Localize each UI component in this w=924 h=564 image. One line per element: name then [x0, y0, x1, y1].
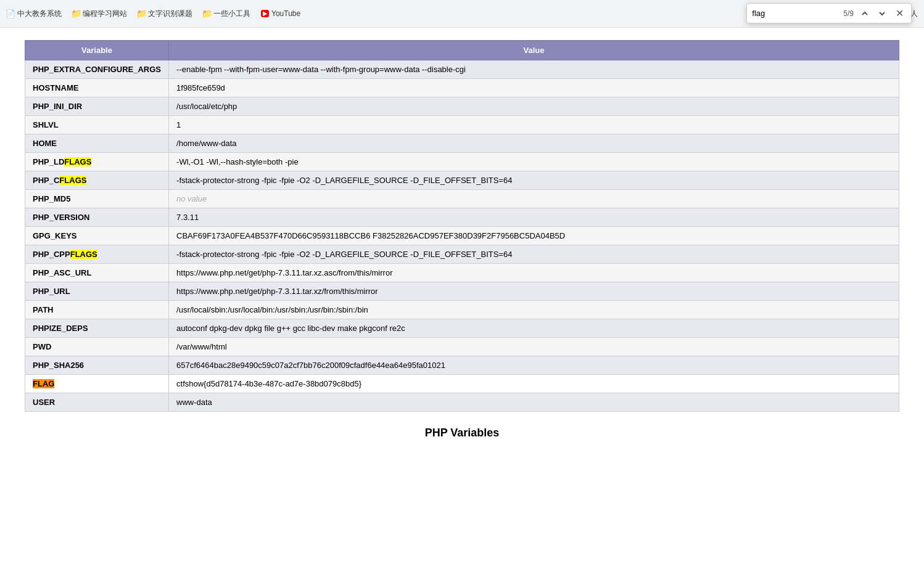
col-variable: Variable [25, 41, 169, 60]
table-row: USERwww-data [25, 393, 899, 412]
bookmark-gongju[interactable]: 📁 一些小工具 [202, 9, 250, 19]
var-cell: PHP_ASC_URL [25, 264, 169, 282]
val-cell: 7.3.11 [169, 208, 899, 227]
val-cell: 657cf6464bac28e9490c59c07a2cf7bb76c200f0… [169, 356, 899, 375]
find-count: 5/9 [843, 9, 854, 18]
val-cell: 1f985fce659d [169, 79, 899, 97]
val-cell: 1 [169, 116, 899, 134]
bookmark-youtube-label: YouTube [271, 9, 300, 18]
bookmark-zifu-label: 文字识别课题 [148, 9, 192, 19]
table-row: PHP_SHA256657cf6464bac28e9490c59c07a2cf7… [25, 356, 899, 375]
val-cell: /usr/local/sbin:/usr/local/bin:/usr/sbin… [169, 301, 899, 319]
bookmark-biancheng-label: 编程学习网站 [83, 9, 127, 19]
table-row: SHLVL1 [25, 116, 899, 134]
table-row: PHP_MD5no value [25, 190, 899, 208]
var-cell: FLAG [25, 375, 169, 393]
var-cell: PHP_MD5 [25, 190, 169, 208]
php-vars-title: PHP Variables [25, 427, 899, 439]
var-cell: USER [25, 393, 169, 412]
col-value: Value [169, 41, 899, 60]
table-row: PATH/usr/local/sbin:/usr/local/bin:/usr/… [25, 301, 899, 319]
table-row: PHP_LDFLAGS-Wl,-O1 -Wl,--hash-style=both… [25, 153, 899, 171]
table-row: PHPIZE_DEPSautoconf dpkg-dev dpkg file g… [25, 319, 899, 338]
find-input[interactable] [752, 9, 838, 18]
folder-icon-2: 📁 [137, 9, 146, 18]
val-cell: -Wl,-O1 -Wl,--hash-style=both -pie [169, 153, 899, 171]
var-cell: HOSTNAME [25, 79, 169, 97]
val-cell: /home/www-data [169, 134, 899, 153]
val-cell: no value [169, 190, 899, 208]
var-cell: PHP_VERSION [25, 208, 169, 227]
val-cell: --enable-fpm --with-fpm-user=www-data --… [169, 60, 899, 79]
var-cell: HOME [25, 134, 169, 153]
bookmark-youtube[interactable]: ▶ YouTube [260, 9, 300, 18]
table-row: PHP_VERSION7.3.11 [25, 208, 899, 227]
var-cell: PATH [25, 301, 169, 319]
var-cell: PHP_CFLAGS [25, 171, 169, 190]
val-cell: https://www.php.net/get/php-7.3.11.tar.x… [169, 264, 899, 282]
val-cell: CBAF69F173A0FEA4B537F470D66C9593118BCCB6… [169, 227, 899, 245]
folder-icon: 📁 [72, 9, 80, 18]
table-header-row: Variable Value [25, 41, 899, 60]
val-cell: -fstack-protector-strong -fpic -fpie -O2… [169, 245, 899, 264]
find-next-button[interactable] [876, 9, 888, 18]
val-cell: https://www.php.net/get/php-7.3.11.tar.x… [169, 282, 899, 301]
var-cell: SHLVL [25, 116, 169, 134]
var-cell: PHP_CPPFLAGS [25, 245, 169, 264]
table-row: HOME/home/www-data [25, 134, 899, 153]
val-cell: /usr/local/etc/php [169, 97, 899, 116]
var-cell: PWD [25, 338, 169, 356]
youtube-icon: ▶ [260, 9, 269, 18]
bookmark-zhongda-label: 中大教务系统 [17, 9, 62, 19]
bookmark-biancheng[interactable]: 📁 编程学习网站 [72, 9, 127, 19]
var-cell: PHP_URL [25, 282, 169, 301]
find-close-button[interactable]: ✕ [893, 6, 906, 20]
val-cell: -fstack-protector-strong -fpic -fpie -O2… [169, 171, 899, 190]
find-prev-button[interactable] [859, 9, 871, 18]
browser-bar: 📄 中大教务系统 📁 编程学习网站 📁 文字识别课题 📁 一些小工具 ▶ You… [0, 0, 924, 28]
var-cell: PHP_INI_DIR [25, 97, 169, 116]
table-row: PHP_URLhttps://www.php.net/get/php-7.3.1… [25, 282, 899, 301]
page-icon: 📄 [6, 9, 15, 18]
env-table: Variable Value PHP_EXTRA_CONFIGURE_ARGS-… [25, 40, 899, 412]
val-cell: ctfshow{d5d78174-4b3e-487c-ad7e-38bd079c… [169, 375, 899, 393]
val-cell: autoconf dpkg-dev dpkg file g++ gcc libc… [169, 319, 899, 338]
var-cell: PHP_EXTRA_CONFIGURE_ARGS [25, 60, 169, 79]
table-row: HOSTNAME1f985fce659d [25, 79, 899, 97]
val-cell: /var/www/html [169, 338, 899, 356]
var-cell: PHP_SHA256 [25, 356, 169, 375]
table-row: FLAGctfshow{d5d78174-4b3e-487c-ad7e-38bd… [25, 375, 899, 393]
table-row: PHP_CPPFLAGS-fstack-protector-strong -fp… [25, 245, 899, 264]
table-row: GPG_KEYSCBAF69F173A0FEA4B537F470D66C9593… [25, 227, 899, 245]
folder-icon-3: 📁 [202, 9, 211, 18]
table-row: PHP_CFLAGS-fstack-protector-strong -fpic… [25, 171, 899, 190]
val-cell: www-data [169, 393, 899, 412]
page-content: Variable Value PHP_EXTRA_CONFIGURE_ARGS-… [0, 28, 924, 452]
bookmark-zifu[interactable]: 📁 文字识别课题 [137, 9, 192, 19]
var-cell: GPG_KEYS [25, 227, 169, 245]
find-bar: 5/9 ✕ [746, 3, 912, 23]
table-row: PHP_INI_DIR/usr/local/etc/php [25, 97, 899, 116]
var-cell: PHP_LDFLAGS [25, 153, 169, 171]
var-cell: PHPIZE_DEPS [25, 319, 169, 338]
bookmark-gongju-label: 一些小工具 [213, 9, 250, 19]
table-row: PHP_ASC_URLhttps://www.php.net/get/php-7… [25, 264, 899, 282]
bookmark-zhongda[interactable]: 📄 中大教务系统 [6, 9, 62, 19]
table-row: PHP_EXTRA_CONFIGURE_ARGS--enable-fpm --w… [25, 60, 899, 79]
table-row: PWD/var/www/html [25, 338, 899, 356]
